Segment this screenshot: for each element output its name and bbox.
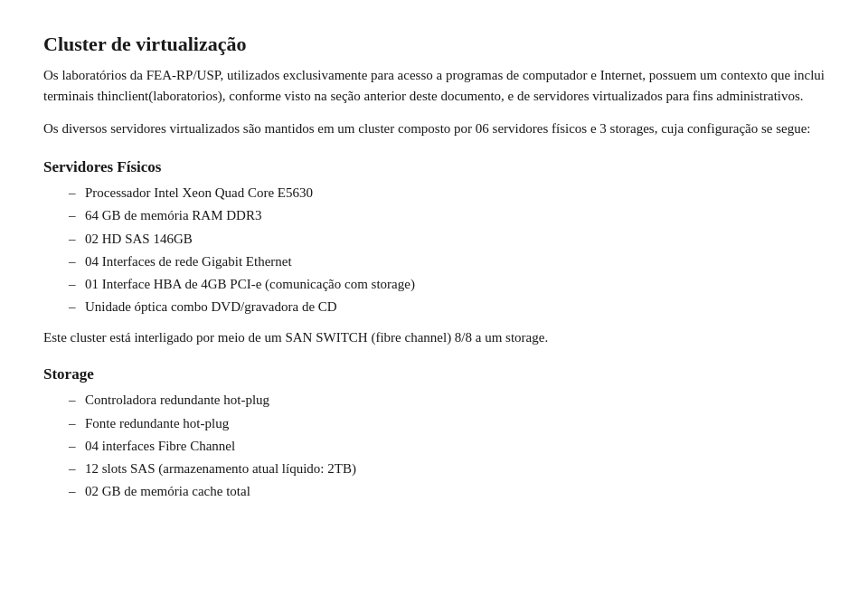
intro-paragraph: Os laboratórios da FEA-RP/USP, utilizado… xyxy=(43,65,825,108)
list-item: 02 HD SAS 146GB xyxy=(69,229,825,250)
servers-list: Processador Intel Xeon Quad Core E5630 6… xyxy=(43,183,825,318)
storage-list: Controladora redundante hot-plug Fonte r… xyxy=(43,390,825,502)
list-item: Unidade óptica combo DVD/gravadora de CD xyxy=(69,297,825,317)
storage-section: Storage Controladora redundante hot-plug… xyxy=(43,363,825,503)
list-item: 01 Interface HBA de 4GB PCI-e (comunicaç… xyxy=(69,274,825,295)
list-item: 04 interfaces Fibre Channel xyxy=(69,436,825,457)
storage-heading: Storage xyxy=(43,363,825,386)
switch-note: Este cluster está interligado por meio d… xyxy=(43,327,825,348)
list-item: 04 Interfaces de rede Gigabit Ethernet xyxy=(69,251,825,272)
list-item: 12 slots SAS (armazenamento atual líquid… xyxy=(69,459,825,479)
body-paragraph: Os diversos servidores virtualizados são… xyxy=(43,118,825,139)
list-item: Fonte redundante hot-plug xyxy=(69,413,825,434)
list-item: 02 GB de memória cache total xyxy=(69,481,825,502)
list-item: Controladora redundante hot-plug xyxy=(69,390,825,411)
list-item: Processador Intel Xeon Quad Core E5630 xyxy=(69,183,825,203)
page-title: Cluster de virtualização xyxy=(43,29,825,60)
list-item: 64 GB de memória RAM DDR3 xyxy=(69,205,825,226)
servers-heading: Servidores Físicos xyxy=(43,156,825,179)
